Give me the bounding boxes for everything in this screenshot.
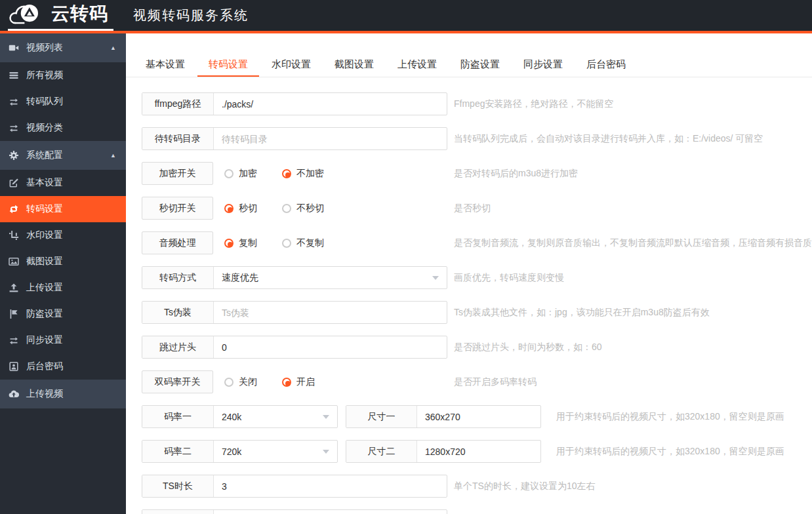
form-row: TS时长 单个TS的时长，建议设置为10左右 [142, 475, 812, 498]
ffmpeg-path-input[interactable] [214, 93, 447, 115]
bitrate-2-select[interactable]: 720k [214, 441, 337, 462]
sidebar-item-all-videos[interactable]: 所有视频 [0, 62, 126, 89]
upload-icon [9, 283, 20, 293]
field-label: 音频处理 [142, 231, 213, 254]
sidebar-item-watermark-settings[interactable]: 水印设置 [0, 222, 126, 248]
field-hint: 是否开启多码率转码 [454, 376, 537, 388]
field-hint: 是否对转码后的m3u8进行加密 [454, 168, 578, 180]
sidebar-item-label: 防盗设置 [26, 308, 63, 320]
radio-off-icon[interactable] [224, 169, 233, 178]
sidebar-item-system-config[interactable]: 系统配置 ▲ [0, 141, 126, 170]
sidebar-item-video-category[interactable]: 视频分类 [0, 115, 126, 141]
pending-dir-input[interactable] [214, 128, 447, 149]
sidebar-item-upload-settings[interactable]: 上传设置 [0, 275, 126, 301]
field-label: 尺寸二 [346, 441, 417, 462]
sidebar-item-label: 转码设置 [26, 203, 63, 215]
radio-fastcut[interactable]: 秒切 [224, 203, 257, 214]
form-row: 待转码目录 当转码队列完成后，会自动对该目录进行转码并入库，如：E:/video… [142, 127, 812, 150]
cloud-upload-icon [9, 389, 20, 399]
form-row: 码率二 720k 尺寸二 用于约束转码后的视频尺寸，如320x180，留空则是原… [142, 440, 812, 463]
app-logo: 云转码 [8, 0, 113, 31]
sidebar-item-transcode-queue[interactable]: 转码队列 [0, 89, 126, 115]
sidebar-item-label: 后台密码 [26, 361, 63, 372]
form-row: Ts伪装 Ts伪装成其他文件，如：jpg，该功能只在开启m3u8防盗后有效 [142, 301, 812, 324]
flag-icon [9, 309, 20, 319]
skip-intro-input[interactable] [214, 336, 447, 358]
sidebar-item-video-list[interactable]: 视频列表 ▲ [0, 33, 126, 62]
size-1-input[interactable] [417, 406, 540, 427]
sidebar-item-label: 转码队列 [26, 96, 63, 108]
tab-admin-password[interactable]: 后台密码 [575, 53, 637, 77]
field-label: 跳过片头 [142, 336, 214, 358]
radio-off-icon[interactable] [282, 239, 291, 248]
sidebar-item-label: 上传设置 [26, 282, 63, 294]
sidebar-item-label: 截图设置 [26, 256, 63, 267]
clipped-input[interactable] [214, 510, 447, 514]
field-label: 码率一 [142, 406, 214, 427]
tab-basic-settings[interactable]: 基本设置 [134, 53, 196, 77]
select-value: 速度优先 [222, 272, 258, 284]
sidebar-item-admin-password[interactable]: 后台密码 [0, 353, 126, 380]
size-2-input[interactable] [417, 441, 540, 462]
app-title: 视频转码服务系统 [133, 7, 249, 24]
ts-disguise-input[interactable] [214, 302, 447, 323]
radio-on-icon[interactable] [224, 204, 233, 213]
radio-dual-on[interactable]: 开启 [282, 376, 315, 388]
radio-encrypt[interactable]: 加密 [224, 168, 257, 180]
collapse-arrow-icon[interactable]: ▲ [110, 45, 116, 51]
tab-screenshot-settings[interactable]: 截图设置 [323, 53, 385, 77]
radio-no-copy-audio[interactable]: 不复制 [282, 237, 324, 249]
bitrate-1-select[interactable]: 240k [214, 406, 337, 427]
top-header: 云转码 视频转码服务系统 [0, 0, 812, 33]
settings-tabs: 基本设置 转码设置 水印设置 截图设置 上传设置 防盗设置 同步设置 后台密码 [126, 53, 812, 77]
transcode-mode-select[interactable]: 速度优先 [214, 267, 447, 288]
tab-watermark-settings[interactable]: 水印设置 [260, 53, 322, 77]
sidebar-item-sync-settings[interactable]: 同步设置 [0, 327, 126, 353]
form-row: ffmpeg路径 Ffmpeg安装路径，绝对路径，不能留空 [142, 92, 812, 115]
edit-icon [9, 178, 20, 188]
tab-transcode-settings[interactable]: 转码设置 [197, 53, 259, 77]
radio-on-icon[interactable] [282, 169, 291, 178]
sidebar-item-basic-settings[interactable]: 基本设置 [0, 170, 126, 196]
radio-off-icon[interactable] [224, 378, 233, 387]
field-label: Ts伪装 [142, 302, 214, 323]
radio-dual-off[interactable]: 关闭 [224, 376, 257, 388]
field-label: 转码方式 [142, 267, 214, 288]
field-hint: 单个TS的时长，建议设置为10左右 [454, 481, 595, 492]
form-row: 跳过片头 是否跳过片头，时间为秒数，如：60 [142, 336, 812, 359]
cloud-logo-icon [8, 1, 49, 27]
field-label: 双码率开关 [142, 370, 213, 393]
field-label: TS时长 [142, 475, 214, 497]
dropdown-arrow-icon [323, 415, 329, 419]
sidebar-item-upload-video[interactable]: 上传视频 [0, 380, 126, 408]
form-row: 音频处理 复制 不复制 是否复制音频流，复制则原音质输出，不复制音频流即默认压缩… [142, 231, 812, 254]
field-hint: 是否秒切 [454, 203, 491, 214]
collapse-arrow-icon[interactable]: ▲ [110, 152, 116, 159]
swap-arrows-icon [9, 96, 20, 107]
form-row: 转码方式 速度优先 画质优先，转码速度则变慢 [142, 266, 812, 289]
radio-no-encrypt[interactable]: 不加密 [282, 168, 324, 180]
ts-duration-input[interactable] [214, 475, 447, 497]
field-hint: 是否复制音频流，复制则原音质输出，不复制音频流即默认压缩音频，压缩音频有损音质 [454, 237, 812, 249]
sidebar-item-label: 所有视频 [26, 69, 63, 81]
form-row: 秒切开关 秒切 不秒切 是否秒切 [142, 197, 812, 220]
sidebar-item-transcode-settings[interactable]: 转码设置 [0, 196, 126, 222]
sidebar-item-screenshot-settings[interactable]: 截图设置 [0, 248, 126, 275]
field-hint: 是否跳过片头，时间为秒数，如：60 [454, 342, 602, 353]
form-row: 加密开关 加密 不加密 是否对转码后的m3u8进行加密 [142, 162, 812, 185]
sidebar-item-label: 视频列表 [26, 42, 63, 54]
video-camera-icon [9, 43, 20, 53]
field-label: 秒切开关 [142, 197, 213, 220]
radio-on-icon[interactable] [224, 239, 233, 248]
tab-antitheft-settings[interactable]: 防盗设置 [449, 53, 511, 77]
radio-on-icon[interactable] [282, 378, 291, 387]
list-icon [9, 70, 20, 81]
radio-no-fastcut[interactable]: 不秒切 [282, 203, 324, 214]
tab-upload-settings[interactable]: 上传设置 [386, 53, 448, 77]
field-label: 待转码目录 [142, 128, 214, 149]
form-row [142, 509, 812, 514]
tab-sync-settings[interactable]: 同步设置 [512, 53, 574, 77]
sidebar-item-antitheft-settings[interactable]: 防盗设置 [0, 301, 126, 327]
radio-copy-audio[interactable]: 复制 [224, 237, 257, 249]
radio-off-icon[interactable] [282, 204, 291, 213]
